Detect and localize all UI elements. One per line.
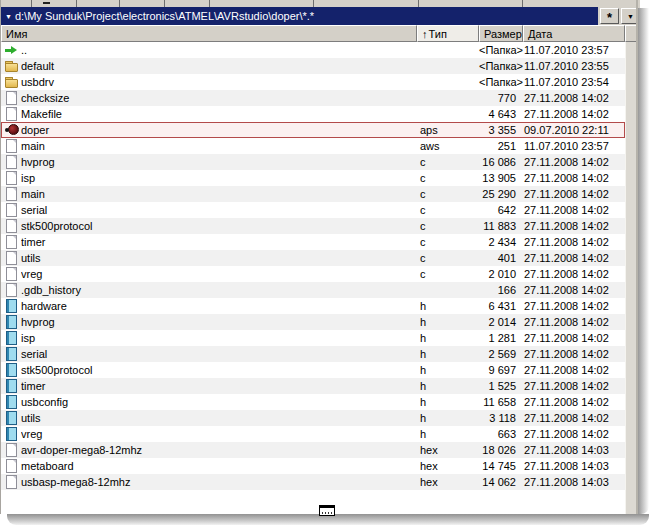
- file-size: 2 434: [479, 236, 516, 248]
- file-row[interactable]: hardwareh6 43127.11.2008 14:02: [1, 298, 625, 314]
- file-size: 16 086: [479, 156, 516, 168]
- column-header-size-label: Размер: [484, 28, 522, 40]
- file-type: hex: [417, 444, 479, 456]
- file-row[interactable]: usbasp-mega8-12mhzhex14 06227.11.2008 14…: [1, 474, 625, 490]
- file-size: 11 658: [479, 396, 516, 408]
- file-icon: [4, 475, 21, 489]
- file-date: 27.11.2008 14:03: [516, 460, 625, 472]
- file-date: 27.11.2008 14:03: [516, 444, 625, 456]
- file-icon: [4, 459, 21, 473]
- file-name: hvprog: [21, 156, 417, 168]
- column-header-size[interactable]: Размер: [479, 25, 523, 42]
- file-type: c: [417, 236, 479, 248]
- file-row[interactable]: serialh2 56927.11.2008 14:02: [1, 346, 625, 362]
- file-row[interactable]: timerc2 43427.11.2008 14:02: [1, 234, 625, 250]
- file-date: 27.11.2008 14:02: [516, 316, 625, 328]
- sort-ascending-icon: ↑: [422, 28, 428, 40]
- file-name: timer: [21, 236, 417, 248]
- file-icon: [4, 235, 21, 249]
- file-row[interactable]: timerh1 52527.11.2008 14:02: [1, 378, 625, 394]
- file-row[interactable]: ispc13 90527.11.2008 14:02: [1, 170, 625, 186]
- file-name: default: [21, 60, 417, 72]
- file-date: 27.11.2008 14:02: [516, 428, 625, 440]
- file-type: h: [417, 348, 479, 360]
- file-size: 2 569: [479, 348, 516, 360]
- vertical-scrollbar[interactable]: [625, 42, 636, 514]
- file-type: h: [417, 428, 479, 440]
- file-row[interactable]: checksize77027.11.2008 14:02: [1, 90, 625, 106]
- file-name: metaboard: [21, 460, 417, 472]
- file-date: 11.07.2010 23:57: [516, 140, 625, 152]
- file-row[interactable]: mainc25 29027.11.2008 14:02: [1, 186, 625, 202]
- file-name: vreg: [21, 428, 417, 440]
- file-type: h: [417, 316, 479, 328]
- column-header-date[interactable]: Дата: [523, 25, 625, 42]
- file-name: Makefile: [21, 108, 417, 120]
- file-row[interactable]: utilsc40127.11.2008 14:02: [1, 250, 625, 266]
- tab-label-fragment: [43, 2, 50, 4]
- file-icon: [4, 155, 21, 169]
- file-date: 27.11.2008 14:02: [516, 252, 625, 264]
- file-size: 663: [479, 428, 516, 440]
- file-size: 251: [479, 140, 516, 152]
- file-date: 27.11.2008 14:02: [516, 396, 625, 408]
- file-row[interactable]: stk500protocolc11 88327.11.2008 14:02: [1, 218, 625, 234]
- file-row[interactable]: default<Папка>11.07.2010 23:55: [1, 58, 625, 74]
- file-type: c: [417, 156, 479, 168]
- favorites-star-button[interactable]: *: [600, 8, 619, 24]
- file-size: 9 697: [479, 364, 516, 376]
- column-header-type[interactable]: ↑Тип: [417, 25, 479, 42]
- file-type: c: [417, 268, 479, 280]
- file-date: 27.11.2008 14:02: [516, 156, 625, 168]
- file-row[interactable]: doperaps3 35509.07.2010 22:11: [1, 122, 625, 138]
- file-type: aps: [417, 124, 479, 136]
- file-icon: [4, 267, 21, 281]
- file-row[interactable]: avr-doper-mega8-12mhzhex18 02627.11.2008…: [1, 442, 625, 458]
- file-name: utils: [21, 252, 417, 264]
- file-date: 27.11.2008 14:02: [516, 364, 625, 376]
- file-row[interactable]: ..<Папка>11.07.2010 23:57: [1, 42, 625, 58]
- file-row[interactable]: .gdb_history16627.11.2008 14:02: [1, 282, 625, 298]
- file-date: 27.11.2008 14:02: [516, 348, 625, 360]
- header-file-icon: [4, 411, 21, 425]
- column-header-name[interactable]: Имя: [1, 25, 417, 42]
- file-row[interactable]: vregh66327.11.2008 14:02: [1, 426, 625, 442]
- file-type: h: [417, 364, 479, 376]
- file-row[interactable]: usbconfigh11 65827.11.2008 14:02: [1, 394, 625, 410]
- file-icon: [4, 251, 21, 265]
- file-row[interactable]: hvprogc16 08627.11.2008 14:02: [1, 154, 625, 170]
- file-size: 2 014: [479, 316, 516, 328]
- up-arrow-icon: [4, 43, 21, 57]
- file-row[interactable]: serialc64227.11.2008 14:02: [1, 202, 625, 218]
- file-row[interactable]: Makefile4 64327.11.2008 14:02: [1, 106, 625, 122]
- file-row[interactable]: utilsh3 11827.11.2008 14:02: [1, 410, 625, 426]
- file-icon: [4, 171, 21, 185]
- current-path-text: d:\My Sunduk\Project\electronics\ATMEL\A…: [15, 10, 314, 22]
- file-size: 6 431: [479, 300, 516, 312]
- file-name: usbasp-mega8-12mhz: [21, 476, 417, 488]
- file-name: avr-doper-mega8-12mhz: [21, 444, 417, 456]
- file-row[interactable]: hvprogh2 01427.11.2008 14:02: [1, 314, 625, 330]
- file-row[interactable]: vregc2 01027.11.2008 14:02: [1, 266, 625, 282]
- file-type: hex: [417, 476, 479, 488]
- file-size: <Папка>: [479, 44, 516, 56]
- file-row[interactable]: usbdrv<Папка>11.07.2010 23:54: [1, 74, 625, 90]
- folder-icon: [4, 75, 21, 89]
- file-date: 27.11.2008 14:02: [516, 172, 625, 184]
- file-row[interactable]: isph1 28127.11.2008 14:02: [1, 330, 625, 346]
- file-name: hvprog: [21, 316, 417, 328]
- file-row[interactable]: stk500protocolh9 69727.11.2008 14:02: [1, 362, 625, 378]
- file-type: h: [417, 332, 479, 344]
- file-type: h: [417, 300, 479, 312]
- file-type: c: [417, 252, 479, 264]
- file-date: 27.11.2008 14:02: [516, 268, 625, 280]
- file-row[interactable]: mainaws25111.07.2010 23:57: [1, 138, 625, 154]
- current-path-bar[interactable]: ▼ d:\My Sunduk\Project\electronics\ATMEL…: [1, 7, 598, 25]
- file-date: 27.11.2008 14:02: [516, 284, 625, 296]
- file-name: timer: [21, 380, 417, 392]
- column-header-name-label: Имя: [6, 28, 27, 40]
- header-file-icon: [4, 331, 21, 345]
- tab-separator: [164, 0, 165, 7]
- file-date: 11.07.2010 23:55: [516, 60, 625, 72]
- file-row[interactable]: metaboardhex14 74527.11.2008 14:03: [1, 458, 625, 474]
